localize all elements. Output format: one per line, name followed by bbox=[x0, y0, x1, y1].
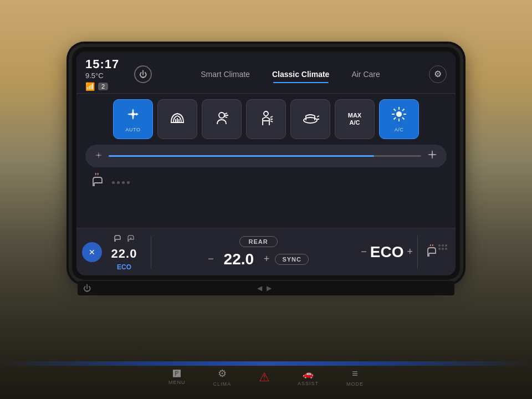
hw-btn-assist[interactable]: 🚗 ASSIST bbox=[298, 369, 319, 386]
zone-divider-left bbox=[151, 236, 151, 269]
nav-tabs: Smart Climate Classic Climate Air Care bbox=[152, 66, 429, 82]
right-heat-dots bbox=[438, 244, 447, 260]
vent-arrow-right: ▶ bbox=[267, 284, 272, 292]
foot-vent-icon bbox=[301, 111, 319, 127]
mode-btn-foot[interactable] bbox=[290, 99, 330, 139]
auto-label: AUTO bbox=[126, 127, 141, 132]
infotainment-screen: 15:17 9.5°C 📶 2 ⏻ Smart Climate Classic … bbox=[76, 52, 456, 275]
mode-btn-auto[interactable]: AUTO bbox=[113, 99, 153, 139]
windshield-icon bbox=[169, 110, 186, 128]
seat-heat-icon[interactable] bbox=[90, 173, 105, 192]
menu-label: MENU bbox=[168, 380, 186, 385]
time-display: 15:17 bbox=[85, 57, 130, 71]
vent-power-icon[interactable]: ⏻ bbox=[83, 284, 91, 293]
right-seat-heat bbox=[422, 244, 450, 260]
fan-speed-slider[interactable] bbox=[85, 145, 447, 167]
time-section: 15:17 9.5°C 📶 2 bbox=[85, 57, 130, 91]
hw-btn-mode[interactable]: ≡ MODE bbox=[346, 368, 364, 387]
status-icons: 📶 2 bbox=[85, 82, 130, 91]
hardware-buttons-row: 🅿 MENU ⚙ CLIMA ⚠ 🚗 ASSIST ≡ MODE bbox=[168, 367, 364, 387]
left-zone-temp: 22.0 bbox=[111, 247, 137, 261]
menu-icon: 🅿 bbox=[173, 369, 181, 378]
left-temp-zone: 22.0 ECO bbox=[102, 233, 146, 271]
rear-button[interactable]: REAR bbox=[239, 236, 278, 247]
center-temp-plus[interactable]: + bbox=[264, 253, 270, 265]
heat-dots bbox=[112, 181, 130, 184]
svg-point-4 bbox=[396, 111, 402, 117]
right-temp-plus[interactable]: + bbox=[407, 246, 413, 258]
svg-line-10 bbox=[402, 117, 405, 120]
heat-dot bbox=[117, 181, 120, 184]
right-temp-row: − ECO + bbox=[361, 243, 413, 261]
hw-btn-hazard[interactable]: ⚠ bbox=[259, 370, 270, 385]
max-ac-icon: MAXA/C bbox=[348, 112, 361, 126]
svg-line-11 bbox=[402, 109, 405, 111]
heat-dot bbox=[122, 181, 125, 184]
close-button[interactable]: ✕ bbox=[82, 242, 102, 262]
face-vent-icon bbox=[214, 110, 229, 129]
center-temp-control: − 22.0 + SYNC bbox=[208, 250, 309, 268]
power-button[interactable]: ⏻ bbox=[134, 65, 152, 83]
settings-button[interactable]: ⚙ bbox=[429, 65, 447, 83]
fan-high-icon bbox=[427, 149, 438, 163]
sync-button[interactable]: SYNC bbox=[275, 254, 309, 265]
mode-btn-max-ac[interactable]: MAXA/C bbox=[335, 99, 375, 139]
left-seat-heat-icon[interactable] bbox=[112, 233, 122, 244]
mode-btn-body[interactable] bbox=[246, 99, 286, 139]
signal-icon: 📶 bbox=[85, 82, 95, 91]
heat-dot bbox=[112, 181, 115, 184]
fan-slider-track[interactable] bbox=[109, 155, 421, 157]
fan-low-icon bbox=[94, 151, 103, 162]
svg-point-15 bbox=[130, 238, 132, 239]
zone-divider-right bbox=[417, 236, 418, 269]
mode-btn-ac[interactable]: A/C bbox=[379, 99, 419, 139]
tab-air-care[interactable]: Air Care bbox=[340, 66, 391, 82]
body-vent-icon bbox=[258, 110, 274, 129]
hazard-icon: ⚠ bbox=[259, 370, 270, 385]
auto-fan-icon bbox=[125, 106, 141, 126]
left-controls: ✕ bbox=[82, 242, 102, 262]
svg-point-14 bbox=[431, 154, 433, 156]
left-seat-icons bbox=[112, 233, 136, 244]
left-zone-label: ECO bbox=[117, 263, 131, 271]
gear-icon: ⚙ bbox=[434, 69, 442, 79]
svg-point-13 bbox=[98, 154, 100, 156]
main-content: AUTO bbox=[76, 94, 456, 228]
svg-point-2 bbox=[264, 111, 268, 116]
right-eco-value: ECO bbox=[370, 243, 404, 261]
heat-dot bbox=[127, 181, 130, 184]
right-temp-minus[interactable]: − bbox=[361, 246, 367, 258]
fan-slider-fill bbox=[109, 155, 374, 157]
assist-label: ASSIST bbox=[298, 381, 319, 386]
mode-label: MODE bbox=[346, 381, 364, 387]
vent-strip: ⏻ ◀ ▶ bbox=[78, 281, 454, 295]
center-control-zone: REAR − 22.0 + SYNC bbox=[156, 236, 361, 268]
infotainment-bezel: 15:17 9.5°C 📶 2 ⏻ Smart Climate Classic … bbox=[72, 47, 460, 280]
mode-buttons-row: AUTO bbox=[85, 99, 447, 139]
svg-line-9 bbox=[394, 109, 396, 111]
right-seat-heat-icon[interactable] bbox=[425, 244, 438, 260]
left-seat-cool-icon[interactable] bbox=[126, 233, 136, 244]
seat-heat-row bbox=[85, 173, 447, 192]
outside-temp: 9.5°C bbox=[85, 71, 130, 80]
svg-point-1 bbox=[219, 112, 224, 118]
mode-icon: ≡ bbox=[352, 368, 358, 380]
tab-smart-climate[interactable]: Smart Climate bbox=[190, 66, 261, 82]
center-temp-minus[interactable]: − bbox=[208, 253, 214, 265]
ac-label: A/C bbox=[395, 127, 404, 132]
ambient-light-strip bbox=[0, 361, 532, 366]
signal-badge: 2 bbox=[98, 83, 108, 90]
vent-arrow-left: ◀ bbox=[257, 284, 262, 292]
clima-icon: ⚙ bbox=[218, 367, 227, 380]
ac-sun-icon bbox=[391, 106, 407, 126]
hw-btn-menu[interactable]: 🅿 MENU bbox=[168, 369, 186, 385]
center-vent-arrows: ◀ ▶ bbox=[257, 284, 272, 292]
tab-classic-climate[interactable]: Classic Climate bbox=[261, 66, 341, 82]
hw-btn-clima[interactable]: ⚙ CLIMA bbox=[213, 367, 231, 387]
left-sidebar-controls: ✕ bbox=[82, 242, 102, 262]
mode-btn-windshield[interactable] bbox=[157, 99, 197, 139]
clima-label: CLIMA bbox=[213, 381, 231, 387]
assist-icon: 🚗 bbox=[303, 369, 314, 379]
svg-line-12 bbox=[394, 117, 396, 120]
mode-btn-face[interactable] bbox=[202, 99, 242, 139]
